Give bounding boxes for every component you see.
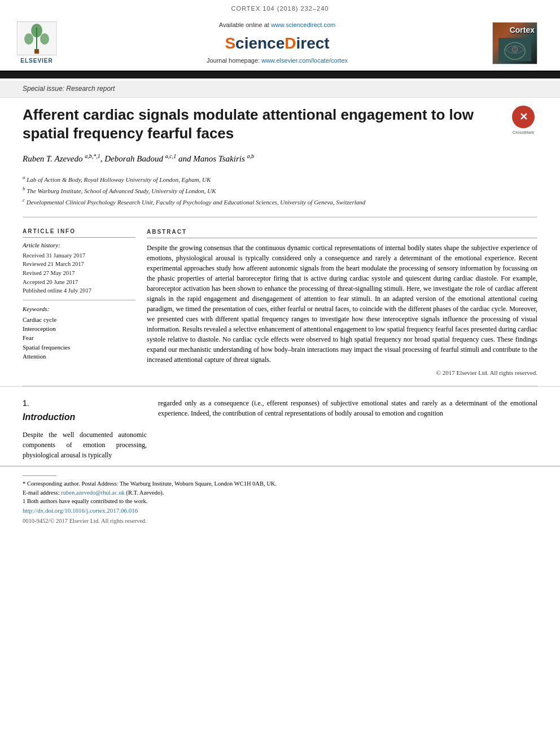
affiliations-section: a Lab of Action & Body, Royal Holloway U… [0, 169, 560, 212]
content-divider [23, 217, 537, 217]
cortex-citation-text: CORTEX 104 (2018) 232–240 [231, 5, 329, 12]
svg-point-3 [24, 33, 33, 45]
svg-point-4 [40, 33, 49, 45]
footnote-divider [23, 475, 56, 476]
special-issue-label: Special issue: Research report [0, 81, 560, 98]
cortex-journal-cover: Cortex [492, 22, 537, 64]
article-title-container: Afferent cardiac signals modulate attent… [23, 106, 498, 142]
crossmark-container: ✕ CrossMark [509, 106, 537, 136]
info-divider [23, 300, 135, 300]
abstract-header: ABSTRACT [147, 228, 537, 238]
svg-point-8 [512, 47, 518, 53]
journal-header: ELSEVIER Available online at www.science… [0, 15, 560, 72]
crossmark-label: CrossMark [513, 129, 535, 136]
corresponding-author-note: * Corresponding author. Postal Address: … [23, 479, 537, 488]
journal-homepage-url[interactable]: www.elsevier.com/locate/cortex [261, 57, 348, 64]
authors-section: Ruben T. Azevedo a,b,*,1, Deborah Badoud… [0, 148, 560, 169]
authors-line: Ruben T. Azevedo a,b,*,1, Deborah Badoud… [23, 152, 537, 165]
svg-rect-5 [34, 49, 39, 54]
published-date: Published online 4 July 2017 [23, 287, 135, 295]
issn-line: 0010-9452/© 2017 Elsevier Ltd. All right… [23, 517, 537, 526]
affiliation-b: b The Warburg Institute, School of Advan… [23, 185, 537, 195]
intro-right-col: regarded only as a consequence (i.e., ef… [158, 398, 537, 460]
cortex-cover-label: Cortex [510, 25, 535, 36]
reviewed-date: Reviewed 21 March 2017 [23, 260, 135, 269]
article-title-section: Afferent cardiac signals modulate attent… [0, 98, 560, 148]
journal-citation: CORTEX 104 (2018) 232–240 [0, 0, 560, 15]
article-info-abstract-section: ARTICLE INFO Article history: Received 3… [0, 222, 560, 383]
keyword-fear: Fear [23, 334, 135, 342]
doi-link[interactable]: http://dx.doi.org/10.1016/j.cortex.2017.… [23, 507, 138, 514]
intro-left-col: 1. Introduction Despite the well documen… [23, 398, 147, 460]
sciencedirect-url[interactable]: www.sciencedirect.com [271, 21, 335, 28]
affiliation-a: a Lab of Action & Body, Royal Holloway U… [23, 174, 537, 184]
intro-two-col: 1. Introduction Despite the well documen… [23, 398, 537, 460]
article-title: Afferent cardiac signals modulate attent… [23, 106, 498, 142]
keyword-cardiac-cycle: Cardiac cycle [23, 316, 135, 324]
intro-title: Introduction [23, 411, 147, 423]
doi-line[interactable]: http://dx.doi.org/10.1016/j.cortex.2017.… [23, 506, 537, 516]
history-label: Article history: [23, 241, 135, 250]
affiliation-c: c Developmental Clinical Psychology Rese… [23, 196, 537, 207]
article-history-group: Article history: Received 31 January 201… [23, 241, 135, 295]
intro-number: 1. [23, 398, 147, 409]
keyword-attention: Attention [23, 352, 135, 361]
elsevier-logo-image [17, 21, 56, 55]
equal-contribution-note: 1 Both authors have equally contributed … [23, 497, 537, 506]
elsevier-logo: ELSEVIER [11, 21, 62, 65]
header-center: Available online at www.sciencedirect.co… [62, 21, 492, 65]
footnotes-section: * Corresponding author. Postal Address: … [0, 466, 560, 531]
email-line: E-mail address: ruben.azevedo@rhul.ac.uk… [23, 488, 537, 497]
keyword-interoception: Interoception [23, 325, 135, 333]
keywords-section: Keywords: Cardiac cycle Interoception Fe… [23, 305, 135, 361]
available-online-text: Available online at www.sciencedirect.co… [62, 21, 492, 29]
received-date: Received 31 January 2017 [23, 252, 135, 260]
abstract-column: ABSTRACT Despite the growing consensus t… [147, 228, 537, 378]
keyword-spatial-frequencies: Spatial frequencies [23, 343, 135, 352]
abstract-text: Despite the growing consensus that the c… [147, 243, 537, 365]
revised-date: Revised 27 May 2017 [23, 269, 135, 278]
keywords-label: Keywords: [23, 305, 135, 313]
article-info-header: ARTICLE INFO [23, 228, 135, 238]
intro-right-text: regarded only as a consequence (i.e., ef… [158, 398, 537, 418]
crossmark-icon: ✕ [512, 106, 535, 128]
elsevier-text: ELSEVIER [20, 57, 53, 65]
intro-left-text: Despite the well documented autonomic co… [23, 430, 147, 460]
accepted-date: Accepted 20 June 2017 [23, 278, 135, 287]
sciencedirect-logo-text: ScienceDirect [62, 32, 492, 54]
article-info-column: ARTICLE INFO Article history: Received 3… [23, 228, 135, 378]
copyright-line: © 2017 Elsevier Ltd. All rights reserved… [147, 368, 537, 378]
introduction-section: 1. Introduction Despite the well documen… [0, 386, 560, 466]
journal-homepage-line: Journal homepage: www.elsevier.com/locat… [62, 56, 492, 65]
black-divider-bar [0, 72, 560, 78]
author-email[interactable]: ruben.azevedo@rhul.ac.uk [61, 490, 125, 496]
svg-point-2 [31, 24, 42, 37]
